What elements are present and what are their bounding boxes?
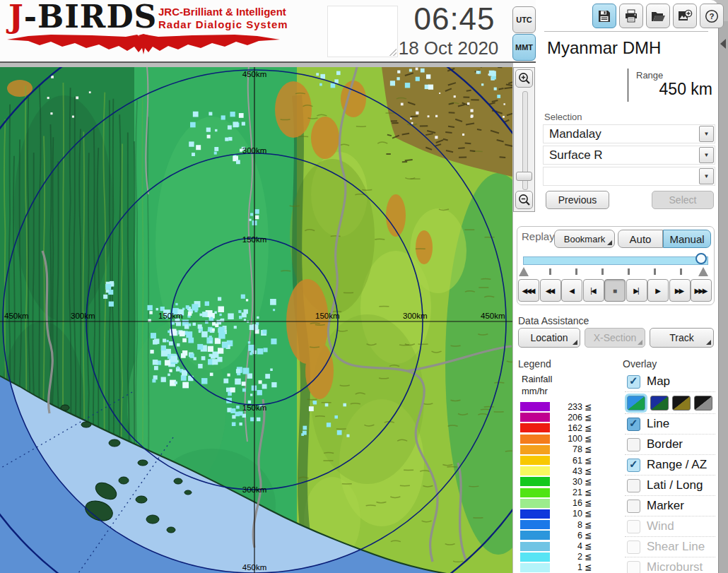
overlay-item-label: Wind (647, 519, 674, 533)
legend-value: 6 (550, 531, 582, 540)
panel-edge-strip[interactable] (718, 21, 728, 573)
checkbox[interactable]: ✓ (627, 375, 640, 389)
legend-operator: ≦ (585, 423, 592, 433)
checkbox[interactable] (627, 520, 640, 533)
overlay-item-map[interactable]: ✓Map (625, 372, 715, 391)
legend-value: 16 (550, 498, 582, 508)
panel-collapse-icon[interactable] (720, 39, 726, 49)
overlay-item-range-az[interactable]: ✓Range / AZ (625, 454, 715, 475)
checkbox[interactable]: ✓ (627, 418, 640, 431)
selection-dropdown-product[interactable]: Surface R ▼ (543, 146, 715, 165)
overlay-item-label: Shear Line (647, 540, 705, 554)
legend-operator: ≦ (585, 488, 592, 497)
x-section-label: X-Section (594, 332, 637, 343)
replay-slider-handle[interactable] (695, 253, 707, 264)
range-start-marker[interactable] (519, 267, 529, 276)
ring-label: 450km (242, 563, 267, 572)
overlay-item-wind[interactable]: Wind (625, 516, 715, 536)
legend-color-swatch (520, 435, 550, 444)
checkbox[interactable] (627, 500, 640, 513)
manual-button[interactable]: Manual (663, 230, 711, 248)
range-value: 450 km (625, 80, 712, 99)
legend-color-swatch (520, 413, 550, 422)
auto-button[interactable]: Auto (618, 230, 663, 248)
check-icon: ✓ (629, 458, 638, 471)
chevron-down-icon[interactable]: ▼ (699, 168, 714, 184)
location-button[interactable]: Location (518, 328, 580, 348)
station-name: Myanmar DMH (547, 38, 661, 58)
legend-operator: ≦ (585, 552, 592, 562)
map-style-button-2[interactable] (650, 396, 669, 410)
legend-row: 43≦ (515, 466, 611, 476)
logo-tagline-1: JRC-Brilliant & Intelligent (158, 6, 286, 18)
previous-button[interactable]: Previous (546, 191, 609, 209)
stop-button[interactable]: ■ (604, 279, 626, 302)
range-end-marker[interactable] (698, 267, 708, 276)
checkbox[interactable] (627, 561, 640, 573)
legend-row: 6≦ (515, 530, 611, 540)
ring-label: 150km (242, 403, 267, 412)
step-back-button[interactable]: ◀ (561, 279, 582, 302)
legend-row: 100≦ (515, 434, 611, 444)
legend-label: Legend (518, 358, 551, 370)
legend-row: 30≦ (515, 476, 611, 487)
overlay-item-border[interactable]: Border (625, 434, 715, 454)
slider-tick (654, 268, 656, 275)
overlay-item-line[interactable]: ✓Line (625, 413, 715, 434)
legend-unit-2: mm/hr (522, 385, 611, 397)
bookmark-button[interactable]: Bookmark (554, 230, 615, 248)
ring-label: 300km (71, 312, 95, 320)
map-style-button-4[interactable] (694, 396, 712, 410)
checkbox[interactable] (627, 438, 640, 451)
header-divider (0, 61, 536, 63)
overlay-item-microburst[interactable]: Microburst (625, 557, 715, 573)
checkbox[interactable]: ✓ (627, 459, 640, 472)
map-style-button-3[interactable] (672, 396, 691, 410)
legend-row: 10≦ (515, 509, 611, 519)
prev-frame-button[interactable]: |◀ (583, 279, 604, 302)
jump-end-button[interactable]: ▶▶▶ (691, 279, 712, 302)
fast-forward-button[interactable]: ▶▶ (669, 279, 691, 302)
x-section-button[interactable]: X-Section (585, 328, 645, 348)
checkbox[interactable] (627, 540, 640, 554)
legend-value: 162 (550, 423, 582, 433)
jump-start-button[interactable]: ◀◀◀ (518, 279, 539, 302)
overlay-item-label: Border (647, 437, 683, 451)
overlay-item-label: Marker (647, 499, 684, 513)
clock-date: 18 Oct 2020 (383, 37, 514, 59)
check-icon: ✓ (629, 417, 638, 430)
play-button[interactable]: ▶ (647, 279, 669, 302)
select-button[interactable]: Select (652, 191, 714, 209)
chevron-down-icon[interactable]: ▼ (699, 147, 714, 163)
next-frame-button[interactable]: ▶| (626, 279, 647, 302)
legend-operator: ≦ (585, 531, 592, 540)
overlay-item-shear-line[interactable]: Shear Line (625, 536, 715, 557)
check-icon: ✓ (629, 374, 638, 387)
legend-color-swatch (520, 488, 550, 497)
chevron-down-icon[interactable]: ▼ (699, 126, 714, 142)
replay-slider-track[interactable] (523, 256, 708, 265)
legend-value: 30 (550, 477, 582, 487)
fast-rewind-button[interactable]: ◀◀ (540, 279, 561, 302)
legend-value: 43 (550, 466, 582, 476)
legend-row: 16≦ (515, 498, 611, 509)
legend-operator: ≦ (585, 466, 592, 476)
menu-corner-icon (638, 340, 642, 345)
map-style-button-1[interactable] (627, 396, 645, 410)
legend-value: 78 (550, 444, 582, 454)
legend-value: 100 (550, 434, 582, 444)
overlay-item-lati-long[interactable]: Lati / Long (625, 475, 715, 495)
checkbox[interactable] (627, 479, 640, 492)
overlay-item-label: Lati / Long (647, 478, 703, 492)
track-button[interactable]: Track (650, 328, 714, 348)
radar-map[interactable]: 450km 300km 150km 150km 300km 450km 450k… (0, 67, 512, 573)
slider-tick (680, 268, 682, 275)
selection-dropdown-site[interactable]: Mandalay ▼ (543, 124, 715, 143)
legend-operator: ≦ (585, 434, 592, 444)
selection-dropdown-extra[interactable]: ▼ (543, 167, 715, 186)
legend-value: 233 (550, 402, 582, 412)
legend-color-swatch (520, 466, 550, 475)
ring-label: 450km (481, 312, 505, 320)
overlay-item-marker[interactable]: Marker (625, 495, 715, 516)
legend-value: 10 (550, 509, 582, 519)
